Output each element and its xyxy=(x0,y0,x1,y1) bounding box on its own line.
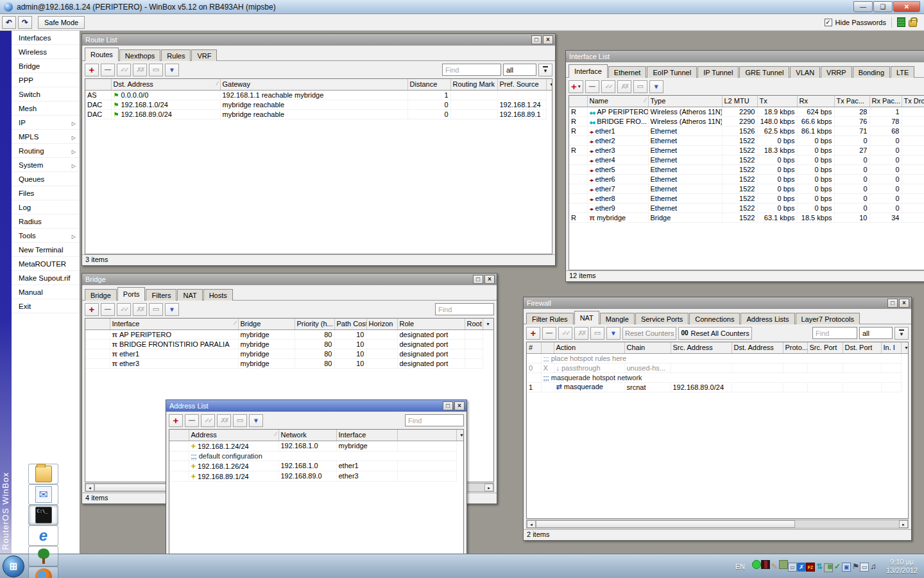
filter-button[interactable] xyxy=(165,64,179,76)
column-header[interactable]: Interface xyxy=(336,430,397,441)
filter-button[interactable] xyxy=(649,80,663,93)
column-header[interactable] xyxy=(85,79,111,90)
sidebar-item[interactable]: Log xyxy=(12,200,80,215)
sidebar-item[interactable]: Manual xyxy=(12,285,80,299)
disable-button[interactable] xyxy=(217,414,231,427)
tab[interactable]: Bridge xyxy=(85,289,117,301)
remove-button[interactable] xyxy=(101,64,115,76)
column-header[interactable]: Chain xyxy=(624,342,671,353)
remove-button[interactable] xyxy=(185,414,199,427)
maximize-button[interactable]: □ xyxy=(531,35,542,44)
table-row[interactable]: ether7Ethernet15220 bps0 bps00 xyxy=(569,184,924,193)
close-button[interactable]: × xyxy=(899,299,909,308)
sidebar-item[interactable]: Bridge xyxy=(12,59,80,73)
tab[interactable]: Interface xyxy=(569,64,608,78)
find-input[interactable] xyxy=(442,64,501,76)
sidebar-item[interactable]: PPP xyxy=(12,73,80,87)
tab[interactable]: Filters xyxy=(146,289,176,301)
tab[interactable]: Mangle xyxy=(600,313,635,324)
table-row[interactable]: ether5Ethernet15220 bps0 bps00 xyxy=(569,164,924,174)
column-header[interactable]: Distance xyxy=(407,79,450,90)
comment-button[interactable] xyxy=(233,414,247,427)
msn-icon[interactable] xyxy=(797,563,806,572)
taskbar-app-button[interactable] xyxy=(28,484,58,505)
table-row[interactable]: ether2Ethernet15220 bps0 bps00 xyxy=(569,136,924,145)
table-row[interactable]: ether9Ethernet15220 bps0 bps00 xyxy=(569,203,924,213)
table-row[interactable]: ether8Ethernet15220 bps0 bps00 xyxy=(569,193,924,203)
filter-button[interactable] xyxy=(165,303,179,316)
column-select-button[interactable]: ▼ xyxy=(483,319,493,329)
taskbar-app-button[interactable] xyxy=(28,505,58,525)
filter-button[interactable] xyxy=(606,327,620,340)
tab[interactable]: VLAN xyxy=(790,66,820,78)
find-input[interactable] xyxy=(405,414,464,426)
sidebar-item[interactable]: New Terminal xyxy=(12,243,80,257)
taskbar-app-button[interactable] xyxy=(28,525,58,546)
window-titlebar[interactable]: Interface List □ × xyxy=(566,51,924,62)
tab[interactable]: IP Tunnel xyxy=(697,66,739,78)
sidebar-item[interactable]: Exit xyxy=(12,299,80,313)
sidebar-item[interactable]: Files xyxy=(12,186,80,200)
disable-button[interactable] xyxy=(133,303,147,316)
disable-button[interactable] xyxy=(133,64,147,76)
enable-button[interactable] xyxy=(201,414,215,427)
tab[interactable]: Ports xyxy=(117,287,146,301)
redo-button[interactable] xyxy=(18,16,32,29)
table-row[interactable]: ;;; masquerade hotspot network xyxy=(527,372,909,382)
tab[interactable]: Rules xyxy=(161,49,191,61)
column-header[interactable]: Rx Pac... xyxy=(869,96,902,107)
column-header[interactable]: Tx xyxy=(757,96,797,107)
column-header[interactable] xyxy=(85,319,110,329)
stack-icon[interactable] xyxy=(842,563,851,572)
tab[interactable]: Service Ports xyxy=(635,313,689,324)
table-row[interactable]: AS0.0.0.0/0192.168.1.1 reachable mybridg… xyxy=(85,90,552,100)
column-header[interactable]: In. I xyxy=(881,342,901,353)
comment-button[interactable] xyxy=(590,327,604,340)
table-row[interactable]: RBRIDGE FRO...Wireless (Atheros 11N)2290… xyxy=(569,116,924,126)
hide-passwords-checkbox[interactable]: ✓ xyxy=(825,19,832,26)
sidebar-item[interactable]: Radius xyxy=(12,215,80,229)
add-dropdown-button[interactable] xyxy=(569,80,583,93)
tab[interactable]: VRF xyxy=(191,49,217,61)
tab[interactable]: Connections xyxy=(689,313,740,324)
window-titlebar[interactable]: Firewall □ × xyxy=(524,297,911,309)
column-header[interactable]: Address xyxy=(189,430,278,441)
add-button[interactable] xyxy=(85,64,99,76)
language-indicator[interactable]: EN xyxy=(735,563,745,570)
filter-scope-select[interactable]: all xyxy=(859,327,893,339)
table-row[interactable]: ether1mybridge8010designated port xyxy=(85,349,493,358)
close-button[interactable]: × xyxy=(543,35,553,44)
column-header[interactable]: Dst. Address xyxy=(732,342,783,353)
pencil-icon[interactable] xyxy=(770,562,779,571)
undo-button[interactable] xyxy=(2,16,16,29)
remove-button[interactable] xyxy=(542,327,556,340)
filter-button[interactable] xyxy=(249,414,263,427)
column-select-button[interactable]: ▼ xyxy=(546,79,552,90)
find-input[interactable] xyxy=(812,327,857,339)
tab[interactable]: NAT xyxy=(574,311,599,324)
sidebar-item[interactable]: Switch xyxy=(12,87,80,101)
tab[interactable]: Bonding xyxy=(853,66,890,78)
column-header[interactable]: Path Cost xyxy=(334,319,366,329)
horizontal-scrollbar[interactable]: ◂ ▸ xyxy=(526,520,909,529)
table-row[interactable]: BRIDGE FRONTISTIRIO PARALIAmybridge8010d… xyxy=(85,339,493,349)
minimize-button[interactable]: — xyxy=(853,1,873,12)
column-header[interactable]: Priority (h... xyxy=(295,319,334,329)
comment-button[interactable] xyxy=(149,64,163,76)
media-icon[interactable] xyxy=(761,560,770,569)
comment-button[interactable] xyxy=(633,80,647,93)
column-header[interactable]: Interface xyxy=(110,319,238,329)
close-button[interactable]: × xyxy=(484,275,495,284)
column-header[interactable]: L2 MTU xyxy=(722,96,757,107)
table-row[interactable]: RmybridgeBridge152263.1 kbps18.5 kbps103… xyxy=(569,213,924,222)
add-button[interactable] xyxy=(169,414,183,427)
table-row[interactable]: RAP PERIPTEROWireless (Atheros 11N)22901… xyxy=(569,107,924,116)
tab[interactable]: GRE Tunnel xyxy=(739,66,789,78)
network-icon[interactable] xyxy=(860,563,869,572)
nvidia-icon[interactable] xyxy=(779,560,788,569)
sidebar-item[interactable]: Make Supout.rif xyxy=(12,271,80,285)
enable-button[interactable] xyxy=(601,80,615,93)
disable-button[interactable] xyxy=(617,80,631,93)
tab[interactable]: Filter Rules xyxy=(526,313,574,324)
column-header[interactable]: Gateway xyxy=(220,79,407,90)
